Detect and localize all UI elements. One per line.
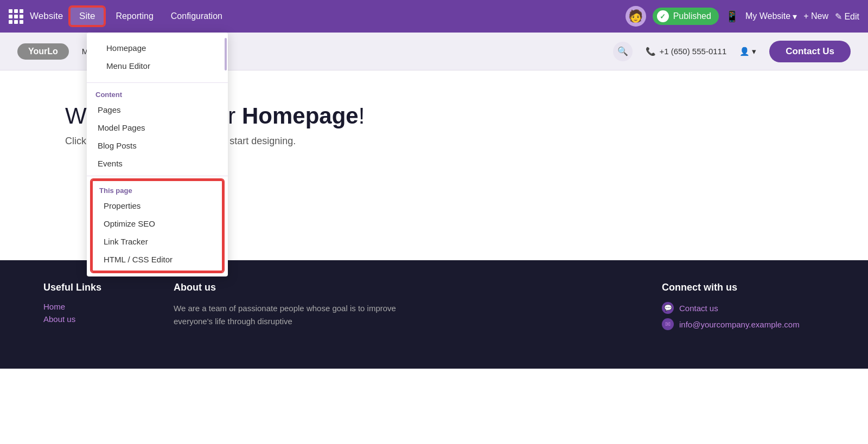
- chevron-down-icon: ▾: [793, 11, 797, 22]
- website-label[interactable]: Website: [30, 11, 63, 22]
- this-page-label: This page: [93, 183, 222, 197]
- connect-heading: Connect with us: [662, 282, 825, 293]
- dropdown-link-tracker[interactable]: Link Tracker: [93, 233, 222, 250]
- footer-about-us: About us We are a team of passionate peo…: [174, 282, 396, 352]
- dropdown-scrollbar[interactable]: [225, 38, 227, 70]
- dropdown-top-section: Homepage Menu Editor: [87, 33, 228, 79]
- dropdown-events[interactable]: Events: [87, 155, 228, 172]
- published-check-icon: ✓: [657, 10, 669, 22]
- dropdown-divider-2: [87, 176, 228, 176]
- my-website-button[interactable]: My Website ▾: [745, 11, 797, 22]
- this-page-section: This page Properties Optimize SEO Link T…: [91, 179, 224, 272]
- dropdown-optimize-seo[interactable]: Optimize SEO: [93, 215, 222, 233]
- configuration-nav-item[interactable]: Configuration: [164, 8, 229, 24]
- email-icon: ✉: [662, 318, 674, 330]
- footer-useful-links: Useful Links Home About us: [43, 282, 152, 352]
- dropdown-homepage[interactable]: Homepage: [95, 39, 219, 57]
- site-footer: Useful Links Home About us About us We a…: [0, 260, 868, 369]
- dropdown-divider-1: [87, 82, 228, 83]
- edit-button[interactable]: ✎ Edit: [835, 11, 859, 22]
- new-button[interactable]: + New: [803, 11, 828, 21]
- user-account-icon[interactable]: 👤 ▾: [739, 47, 756, 56]
- footer-connect: Connect with us 💬 Contact us ✉ info@your…: [662, 282, 825, 352]
- footer-contact-us-link[interactable]: 💬 Contact us: [662, 302, 825, 314]
- published-label: Published: [673, 11, 711, 21]
- useful-links-heading: Useful Links: [43, 282, 152, 293]
- site-dropdown-menu: Homepage Menu Editor Content Pages Model…: [87, 33, 228, 276]
- about-us-heading: About us: [174, 282, 396, 293]
- dropdown-blog-posts[interactable]: Blog Posts: [87, 137, 228, 155]
- dropdown-properties[interactable]: Properties: [93, 197, 222, 215]
- dropdown-menu-editor[interactable]: Menu Editor: [95, 57, 219, 75]
- apps-grid-icon[interactable]: [9, 9, 23, 24]
- site-menu-button[interactable]: Site: [69, 7, 105, 26]
- footer-home-link[interactable]: Home: [43, 302, 152, 311]
- chat-icon: 💬: [662, 302, 674, 314]
- dropdown-html-css-editor[interactable]: HTML / CSS Editor: [93, 250, 222, 268]
- about-us-text: We are a team of passionate people whose…: [174, 302, 396, 328]
- published-status[interactable]: ✓ Published: [653, 8, 719, 25]
- footer-spacer: [418, 282, 640, 352]
- contact-us-button[interactable]: Contact Us: [769, 41, 851, 62]
- phone-number: 📞 +1 (650) 555-0111: [646, 47, 726, 56]
- footer-email-link[interactable]: ✉ info@yourcompany.example.com: [662, 318, 825, 330]
- mobile-preview-icon[interactable]: 📱: [725, 10, 739, 23]
- topbar: Website Site Reporting Configuration 🧑 ✓…: [0, 0, 868, 33]
- chevron-down-icon: ▾: [752, 47, 756, 56]
- site-logo: YourLo: [17, 43, 69, 60]
- avatar[interactable]: 🧑: [626, 6, 646, 27]
- footer-about-link[interactable]: About us: [43, 314, 152, 324]
- dropdown-content-label: Content: [87, 86, 228, 101]
- reporting-nav-item[interactable]: Reporting: [109, 8, 159, 24]
- dropdown-model-pages[interactable]: Model Pages: [87, 119, 228, 137]
- dropdown-pages[interactable]: Pages: [87, 101, 228, 119]
- search-icon[interactable]: 🔍: [613, 42, 633, 61]
- topbar-right: 🧑 ✓ Published 📱 My Website ▾ + New ✎ Edi…: [626, 6, 859, 27]
